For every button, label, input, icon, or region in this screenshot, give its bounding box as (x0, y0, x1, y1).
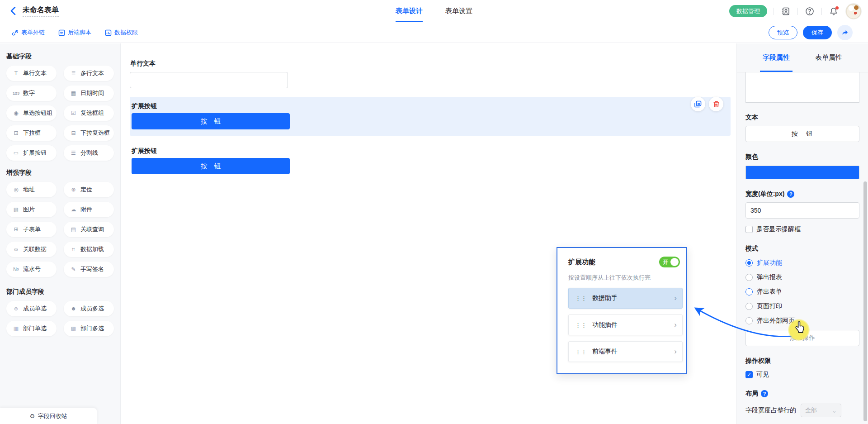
field-data-load[interactable]: ⌗数据加载 (64, 242, 114, 257)
field-image[interactable]: ▧图片 (6, 202, 57, 217)
recycle-icon: ♻ (29, 413, 35, 419)
description-textarea[interactable] (745, 72, 859, 103)
save-button[interactable]: 保存 (803, 26, 832, 39)
preview-button[interactable]: 预览 (769, 26, 797, 39)
reminder-checkbox[interactable] (745, 226, 753, 233)
field-divider[interactable]: ☰分割线 (64, 145, 114, 161)
drag-handle-icon[interactable]: ⋮⋮ (575, 295, 587, 301)
tab-form-properties[interactable]: 表单属性 (815, 43, 842, 72)
single-line-text-icon: T (12, 70, 20, 76)
field-attachment[interactable]: ☁附件 (64, 202, 114, 217)
tab-field-properties[interactable]: 字段属性 (763, 43, 790, 72)
relation-data-icon: ∞ (12, 246, 20, 252)
mode-option-extend-function[interactable]: 扩展功能 (745, 258, 859, 267)
field-multi-line-text[interactable]: ≣多行文本 (64, 66, 114, 81)
mode-option-label: 页面打印 (757, 302, 782, 310)
data-manage-button[interactable]: 数据管理 (729, 5, 767, 17)
form-external-link[interactable]: 表单外链 (12, 29, 45, 37)
popup-item-function-plugin[interactable]: ⋮⋮ 功能插件 › (568, 314, 683, 335)
notifications-bell-icon[interactable] (828, 6, 839, 17)
width-help-icon[interactable]: ? (787, 191, 794, 198)
row-width-select[interactable]: 全部 ⌄ (801, 404, 841, 417)
contacts-icon[interactable] (780, 6, 791, 17)
text-field-label: 单行文本 (130, 60, 731, 68)
extend-function-toggle[interactable]: 开 (659, 257, 680, 267)
field-relation-query[interactable]: ▤关联查询 (64, 222, 114, 237)
script-icon (58, 29, 65, 36)
copy-field-button[interactable] (691, 97, 705, 111)
field-datetime[interactable]: ▦日期时间 (64, 86, 114, 101)
add-action-button[interactable]: 添加操作 (745, 330, 859, 346)
field-label: 多行文本 (80, 69, 104, 77)
field-serial-number[interactable]: №流水号 (6, 262, 57, 277)
width-input[interactable]: 350 (745, 202, 859, 219)
field-address[interactable]: ◎地址 (6, 182, 57, 197)
field-location[interactable]: ⊕定位 (64, 182, 114, 197)
drag-handle-icon[interactable]: ⋮⋮ (575, 349, 587, 355)
visible-label: 可见 (756, 371, 769, 379)
backend-script-link[interactable]: 后端脚本 (58, 29, 91, 37)
field-subform[interactable]: ⊞子表单 (6, 222, 57, 237)
popup-item-data-assistant[interactable]: ⋮⋮ 数据助手 › (568, 288, 683, 309)
radio-icon[interactable] (745, 274, 753, 281)
mode-option-page-print[interactable]: 页面打印 (745, 302, 859, 311)
field-recycle-bin[interactable]: ♻ 字段回收站 (0, 408, 97, 424)
properties-panel: 字段属性 表单属性 文本 按 钮 颜色 宽度(单位:px) ? 350 是否显示… (736, 43, 868, 424)
visible-checkbox[interactable]: ✓ (745, 371, 753, 378)
field-dept-single[interactable]: ▥部门单选 (6, 321, 57, 336)
section-title-enhanced-fields: 增强字段 (0, 169, 120, 177)
field-label: 附件 (80, 205, 92, 214)
button-text-input[interactable]: 按 钮 (745, 126, 859, 142)
field-single-line-text[interactable]: T单行文本 (6, 66, 57, 81)
layout-label: 布局 ? (745, 390, 859, 398)
extend-button[interactable]: 按 钮 (132, 158, 290, 174)
field-radio-group[interactable]: ◉单选按钮组 (6, 105, 57, 121)
popup-item-frontend-event[interactable]: ⋮⋮ 前端事件 › (568, 341, 683, 362)
mode-option-popup-form[interactable]: 弹出表单 (745, 287, 859, 296)
field-label: 成员单选 (23, 305, 47, 313)
permission-label: 操作权限 (745, 357, 859, 365)
field-dept-multi[interactable]: ▨部门多选 (64, 321, 114, 336)
panel-scrollbar[interactable] (863, 181, 867, 421)
form-toolbar: 表单外链 后端脚本 数据权限 预览 保存 (0, 23, 868, 43)
color-swatch[interactable] (745, 166, 859, 179)
radio-icon[interactable] (745, 303, 753, 310)
field-label: 定位 (80, 186, 92, 194)
field-extend-button[interactable]: ▭扩展按钮 (6, 145, 57, 161)
field-member-multi[interactable]: ☻成员多选 (64, 301, 114, 316)
field-number[interactable]: 123数字 (6, 86, 57, 101)
divider (821, 8, 822, 15)
field-dropdown[interactable]: ⊡下拉框 (6, 125, 57, 141)
field-relation-data[interactable]: ∞关联数据 (6, 242, 57, 257)
radio-selected-icon[interactable] (745, 259, 753, 267)
field-checkbox-group[interactable]: ☑复选框组 (64, 105, 114, 121)
data-permission-link[interactable]: 数据权限 (105, 29, 138, 37)
extend-button[interactable]: 按 钮 (132, 113, 290, 129)
single-line-text-input[interactable] (130, 72, 288, 88)
visible-checkbox-row[interactable]: ✓ 可见 (745, 371, 859, 379)
toggle-on-label: 开 (663, 258, 668, 266)
extend-button-field[interactable]: 扩展按钮 按 钮 (130, 142, 731, 181)
drag-handle-icon[interactable]: ⋮⋮ (575, 322, 587, 328)
field-label: 数据加载 (80, 245, 104, 253)
help-icon[interactable] (804, 6, 815, 17)
delete-field-button[interactable] (709, 97, 723, 111)
tab-form-settings[interactable]: 表单设置 (445, 0, 472, 22)
selected-extend-button-field[interactable]: 扩展按钮 按 钮 (130, 97, 731, 136)
tab-form-design[interactable]: 表单设计 (396, 0, 423, 22)
share-button[interactable] (837, 25, 853, 40)
chevron-right-icon: › (674, 294, 677, 303)
radio-icon[interactable] (745, 288, 753, 295)
layout-help-icon[interactable]: ? (761, 390, 768, 397)
user-avatar[interactable] (845, 3, 862, 19)
department-icon: ▥ (12, 325, 20, 332)
popup-header: 扩展功能 开 (568, 257, 681, 267)
mode-option-popup-report[interactable]: 弹出报表 (745, 273, 859, 282)
field-dropdown-multi[interactable]: ⊟下拉复选框 (64, 125, 114, 141)
field-signature[interactable]: ✎手写签名 (64, 262, 114, 277)
radio-icon[interactable] (745, 317, 753, 324)
mode-option-popup-webpage[interactable]: 弹出外部网页 (745, 316, 859, 325)
reminder-checkbox-row[interactable]: 是否显示提醒框 (745, 225, 859, 233)
field-member-single[interactable]: ☺成员单选 (6, 301, 57, 316)
link-label: 数据权限 (114, 29, 138, 37)
